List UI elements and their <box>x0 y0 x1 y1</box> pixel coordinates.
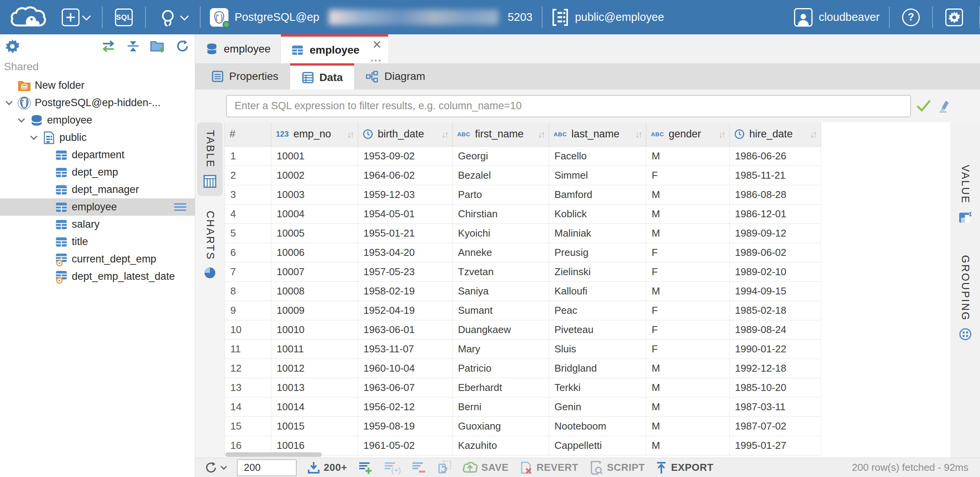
add-row-icon[interactable] <box>358 461 373 475</box>
apply-changes-icon[interactable] <box>437 460 451 475</box>
grid-cell[interactable]: Bamford <box>549 185 646 204</box>
tab-diagram[interactable]: Diagram <box>354 63 437 90</box>
grid-cell[interactable]: 1955-01-21 <box>358 223 453 243</box>
row-number-cell[interactable]: 2 <box>225 166 271 185</box>
row-number-cell[interactable]: 14 <box>225 397 271 416</box>
row-number-cell[interactable]: 4 <box>225 204 271 223</box>
user-menu[interactable]: cloudbeaver <box>792 8 882 27</box>
help-button[interactable]: ? <box>897 8 925 26</box>
grid-cell[interactable]: F <box>646 320 730 339</box>
grid-cell[interactable]: Guoxiang <box>453 416 549 436</box>
grid-cell[interactable]: Zielinski <box>549 262 646 281</box>
row-number-cell[interactable]: 8 <box>225 281 271 301</box>
column-header-first_name[interactable]: ABCfirst_name↓↑ <box>453 122 549 146</box>
sql-editor-button[interactable]: SQL <box>110 8 138 26</box>
grid-cell[interactable]: Berni <box>453 397 549 416</box>
grid-cell[interactable]: 1956-02-12 <box>358 397 453 416</box>
presentation-tab-charts[interactable]: CHARTS <box>197 203 223 288</box>
grid-cell[interactable]: 1985-10-20 <box>730 378 821 397</box>
tree-item[interactable]: dept_manager <box>0 181 195 198</box>
grid-cell[interactable]: Genin <box>549 397 646 416</box>
chevron-down-icon[interactable] <box>4 101 14 104</box>
chevron-down-icon[interactable] <box>29 136 39 139</box>
grid-cell[interactable]: Kyoichi <box>453 223 549 243</box>
grid-cell[interactable]: Mary <box>453 339 549 359</box>
connection-selector[interactable]: PostgreSQL@ep5203 <box>208 8 535 27</box>
tab-properties[interactable]: Properties <box>200 63 290 90</box>
tree-item[interactable]: dept_emp <box>0 164 195 181</box>
refresh-results-button[interactable] <box>204 461 226 474</box>
tree-item[interactable]: dept_emp_latest_date <box>0 268 195 285</box>
grid-cell[interactable]: Bridgland <box>549 359 646 378</box>
grid-cell[interactable]: 1953-04-20 <box>358 243 453 262</box>
fetch-more-button[interactable]: 200+ <box>308 461 347 474</box>
grid-cell[interactable]: F <box>646 339 730 359</box>
grid-cell[interactable]: 10015 <box>271 416 358 436</box>
sync-connection-icon[interactable] <box>101 40 116 53</box>
grid-cell[interactable]: 10004 <box>271 204 358 223</box>
grid-cell[interactable]: 10007 <box>271 262 358 281</box>
grid-cell[interactable]: M <box>646 359 730 378</box>
grid-cell[interactable]: 1963-06-01 <box>358 320 453 339</box>
column-header-last_name[interactable]: ABClast_name↓↑ <box>549 122 646 146</box>
grid-cell[interactable]: 10010 <box>271 320 358 339</box>
column-header-hire_date[interactable]: hire_date↓↑ <box>730 122 821 146</box>
new-connection-button[interactable] <box>56 8 95 26</box>
sidebar-settings-gear-icon[interactable] <box>5 39 19 53</box>
grid-cell[interactable]: 1952-04-19 <box>358 301 453 320</box>
apply-filter-check-icon[interactable] <box>916 100 931 113</box>
row-number-cell[interactable]: 7 <box>225 262 271 281</box>
grid-cell[interactable]: 1953-09-02 <box>358 146 453 166</box>
grid-cell[interactable]: 1954-05-01 <box>358 204 453 223</box>
filter-history-eraser-icon[interactable] <box>936 99 950 113</box>
grid-cell[interactable]: 1953-11-07 <box>358 339 453 359</box>
grid-cell[interactable]: Bezalel <box>453 166 549 185</box>
grid-cell[interactable]: Koblick <box>549 204 646 223</box>
row-number-cell[interactable]: 9 <box>225 301 271 320</box>
tree-item[interactable]: New folder <box>0 77 195 94</box>
panel-tab-grouping[interactable]: GROUPING <box>953 247 978 349</box>
grid-cell[interactable]: M <box>646 281 730 301</box>
row-limit-input[interactable] <box>237 459 297 476</box>
refresh-icon[interactable] <box>176 39 189 53</box>
grid-cell[interactable]: Saniya <box>453 281 549 301</box>
tree-item[interactable]: PostgreSQL@ep-hidden-... <box>0 94 195 112</box>
grid-cell[interactable]: 1994-09-15 <box>730 281 821 301</box>
grid-cell[interactable]: F <box>646 243 730 262</box>
tree-item[interactable]: department <box>0 146 195 164</box>
grid-cell[interactable]: F <box>646 166 730 185</box>
row-number-cell[interactable]: 3 <box>225 185 271 204</box>
grid-cell[interactable]: M <box>646 204 730 223</box>
grid-cell[interactable]: Kazuhito <box>453 436 549 455</box>
grid-cell[interactable]: Tzvetan <box>453 262 549 281</box>
delete-row-icon[interactable] <box>411 461 426 475</box>
column-header-emp_no[interactable]: 123emp_no↓↑ <box>271 122 358 146</box>
revert-button[interactable]: REVERT <box>519 461 578 475</box>
grid-cell[interactable]: Peac <box>549 301 646 320</box>
grid-cell[interactable]: Nooteboom <box>549 416 646 436</box>
search-connection-button[interactable] <box>153 8 193 27</box>
settings-button[interactable] <box>940 8 968 26</box>
cloudbeaver-logo-icon[interactable] <box>9 5 46 29</box>
grid-cell[interactable]: M <box>646 378 730 397</box>
grid-cell[interactable]: 10014 <box>271 397 358 416</box>
grid-cell[interactable]: 1960-10-04 <box>358 359 453 378</box>
grid-cell[interactable]: 10012 <box>271 359 358 378</box>
row-number-cell[interactable]: 1 <box>225 146 271 166</box>
panel-tab-value[interactable]: VALUE <box>953 157 978 232</box>
row-number-cell[interactable]: 10 <box>225 320 271 339</box>
grid-cell[interactable]: 1995-01-27 <box>730 436 821 455</box>
tab-employee-table[interactable]: employee ✕ ... <box>281 34 388 63</box>
grid-cell[interactable]: M <box>646 223 730 243</box>
tree-item[interactable]: employee <box>0 198 195 216</box>
tab-data[interactable]: Data <box>290 63 355 90</box>
grid-cell[interactable]: 1986-12-01 <box>730 204 821 223</box>
export-button[interactable]: EXPORT <box>656 461 713 474</box>
grid-cell[interactable]: Maliniak <box>549 223 646 243</box>
grid-cell[interactable]: Terkki <box>549 378 646 397</box>
tree-item[interactable]: employee <box>0 112 195 129</box>
tab-menu-icon[interactable]: ... <box>370 52 382 63</box>
item-menu-icon[interactable] <box>174 203 186 211</box>
schema-selector[interactable]: public@employee <box>549 8 666 27</box>
row-number-cell[interactable]: 15 <box>225 416 271 436</box>
